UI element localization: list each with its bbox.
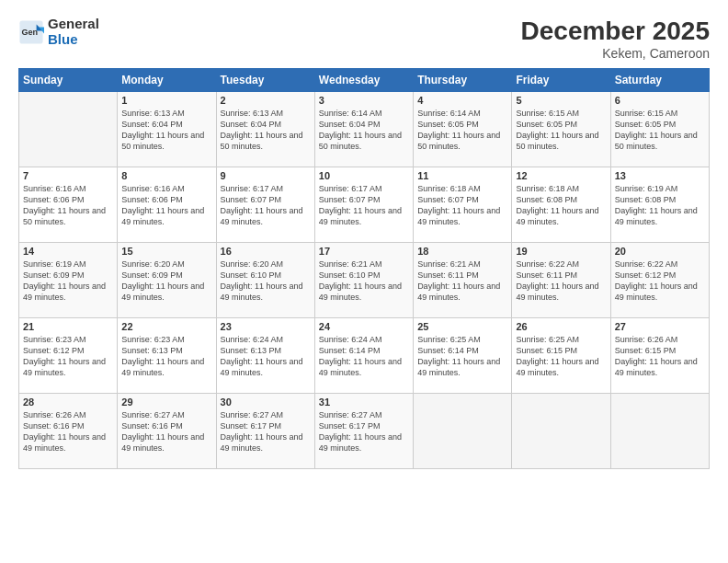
day-info: Sunrise: 6:13 AM Sunset: 6:04 PM Dayligh… [221, 108, 311, 153]
day-number: 17 [319, 246, 409, 257]
calendar-cell: 2Sunrise: 6:13 AM Sunset: 6:04 PM Daylig… [216, 92, 314, 167]
day-number: 15 [121, 246, 211, 257]
day-number: 24 [319, 321, 409, 332]
calendar-cell: 3Sunrise: 6:14 AM Sunset: 6:04 PM Daylig… [314, 92, 413, 167]
calendar-cell: 9Sunrise: 6:17 AM Sunset: 6:07 PM Daylig… [216, 167, 314, 243]
col-sunday: Sunday [19, 69, 118, 92]
header: Gen General Blue December 2025 Kekem, Ca… [18, 17, 710, 61]
day-info: Sunrise: 6:27 AM Sunset: 6:17 PM Dayligh… [319, 409, 409, 454]
calendar-cell: 29Sunrise: 6:27 AM Sunset: 6:16 PM Dayli… [118, 394, 216, 469]
calendar-cell: 16Sunrise: 6:20 AM Sunset: 6:10 PM Dayli… [216, 243, 314, 318]
day-info: Sunrise: 6:16 AM Sunset: 6:06 PM Dayligh… [23, 183, 113, 228]
day-info: Sunrise: 6:17 AM Sunset: 6:07 PM Dayligh… [319, 183, 409, 228]
calendar-cell: 21Sunrise: 6:23 AM Sunset: 6:12 PM Dayli… [19, 318, 118, 394]
calendar-cell: 8Sunrise: 6:16 AM Sunset: 6:06 PM Daylig… [118, 167, 216, 243]
calendar-week-4: 21Sunrise: 6:23 AM Sunset: 6:12 PM Dayli… [19, 318, 710, 394]
calendar-cell: 6Sunrise: 6:15 AM Sunset: 6:05 PM Daylig… [610, 92, 709, 167]
calendar-cell [512, 394, 610, 469]
calendar-cell: 15Sunrise: 6:20 AM Sunset: 6:09 PM Dayli… [118, 243, 216, 318]
day-number: 4 [417, 95, 507, 106]
col-tuesday: Tuesday [216, 69, 314, 92]
day-number: 3 [319, 95, 409, 106]
day-number: 5 [516, 95, 606, 106]
day-info: Sunrise: 6:24 AM Sunset: 6:13 PM Dayligh… [221, 334, 311, 379]
day-number: 7 [23, 170, 113, 181]
day-info: Sunrise: 6:21 AM Sunset: 6:10 PM Dayligh… [319, 259, 409, 304]
day-info: Sunrise: 6:16 AM Sunset: 6:06 PM Dayligh… [121, 183, 211, 228]
day-info: Sunrise: 6:13 AM Sunset: 6:04 PM Dayligh… [121, 108, 211, 153]
day-number: 11 [417, 170, 507, 181]
day-number: 30 [221, 396, 311, 408]
col-wednesday: Wednesday [314, 69, 413, 92]
day-info: Sunrise: 6:27 AM Sunset: 6:16 PM Dayligh… [121, 409, 211, 454]
day-info: Sunrise: 6:15 AM Sunset: 6:05 PM Dayligh… [615, 108, 705, 153]
day-info: Sunrise: 6:22 AM Sunset: 6:11 PM Dayligh… [516, 259, 606, 304]
day-info: Sunrise: 6:25 AM Sunset: 6:14 PM Dayligh… [417, 334, 507, 379]
calendar-cell: 28Sunrise: 6:26 AM Sunset: 6:16 PM Dayli… [19, 394, 118, 469]
calendar-cell: 12Sunrise: 6:18 AM Sunset: 6:08 PM Dayli… [512, 167, 610, 243]
col-friday: Friday [512, 69, 610, 92]
day-number: 21 [23, 321, 113, 332]
svg-text:Gen: Gen [22, 27, 39, 36]
col-thursday: Thursday [414, 69, 512, 92]
calendar-cell: 31Sunrise: 6:27 AM Sunset: 6:17 PM Dayli… [314, 394, 413, 469]
day-info: Sunrise: 6:18 AM Sunset: 6:07 PM Dayligh… [417, 183, 507, 228]
calendar-week-2: 7Sunrise: 6:16 AM Sunset: 6:06 PM Daylig… [19, 167, 710, 243]
day-info: Sunrise: 6:18 AM Sunset: 6:08 PM Dayligh… [516, 183, 606, 228]
calendar-cell: 20Sunrise: 6:22 AM Sunset: 6:12 PM Dayli… [610, 243, 709, 318]
calendar-cell: 25Sunrise: 6:25 AM Sunset: 6:14 PM Dayli… [414, 318, 512, 394]
day-info: Sunrise: 6:20 AM Sunset: 6:10 PM Dayligh… [221, 259, 311, 304]
col-saturday: Saturday [610, 69, 709, 92]
calendar-cell: 5Sunrise: 6:15 AM Sunset: 6:05 PM Daylig… [512, 92, 610, 167]
calendar-cell: 18Sunrise: 6:21 AM Sunset: 6:11 PM Dayli… [414, 243, 512, 318]
day-info: Sunrise: 6:14 AM Sunset: 6:04 PM Dayligh… [319, 108, 409, 153]
day-number: 6 [615, 95, 705, 106]
calendar-cell: 27Sunrise: 6:26 AM Sunset: 6:15 PM Dayli… [610, 318, 709, 394]
calendar-table: Sunday Monday Tuesday Wednesday Thursday… [18, 68, 710, 469]
day-info: Sunrise: 6:15 AM Sunset: 6:05 PM Dayligh… [516, 108, 606, 153]
day-number: 2 [221, 95, 311, 106]
calendar-cell: 23Sunrise: 6:24 AM Sunset: 6:13 PM Dayli… [216, 318, 314, 394]
calendar-week-5: 28Sunrise: 6:26 AM Sunset: 6:16 PM Dayli… [19, 394, 710, 469]
day-number: 18 [417, 246, 507, 257]
day-info: Sunrise: 6:25 AM Sunset: 6:15 PM Dayligh… [516, 334, 606, 379]
calendar-week-3: 14Sunrise: 6:19 AM Sunset: 6:09 PM Dayli… [19, 243, 710, 318]
day-number: 20 [615, 246, 705, 257]
day-info: Sunrise: 6:19 AM Sunset: 6:08 PM Dayligh… [615, 183, 705, 228]
day-number: 16 [221, 246, 311, 257]
day-number: 19 [516, 246, 606, 257]
day-info: Sunrise: 6:26 AM Sunset: 6:16 PM Dayligh… [23, 409, 113, 454]
calendar-cell: 13Sunrise: 6:19 AM Sunset: 6:08 PM Dayli… [610, 167, 709, 243]
calendar-cell [610, 394, 709, 469]
day-info: Sunrise: 6:26 AM Sunset: 6:15 PM Dayligh… [615, 334, 705, 379]
logo-text: General Blue [48, 17, 99, 47]
day-number: 10 [319, 170, 409, 181]
day-number: 12 [516, 170, 606, 181]
day-number: 25 [417, 321, 507, 332]
day-number: 8 [121, 170, 211, 181]
calendar-cell: 22Sunrise: 6:23 AM Sunset: 6:13 PM Dayli… [118, 318, 216, 394]
day-number: 9 [221, 170, 311, 181]
logo-icon: Gen [18, 19, 44, 45]
logo-general-text: General [48, 17, 99, 32]
calendar-cell: 1Sunrise: 6:13 AM Sunset: 6:04 PM Daylig… [118, 92, 216, 167]
calendar-cell: 10Sunrise: 6:17 AM Sunset: 6:07 PM Dayli… [314, 167, 413, 243]
calendar-cell: 17Sunrise: 6:21 AM Sunset: 6:10 PM Dayli… [314, 243, 413, 318]
page: Gen General Blue December 2025 Kekem, Ca… [0, 0, 728, 563]
day-info: Sunrise: 6:14 AM Sunset: 6:05 PM Dayligh… [417, 108, 507, 153]
calendar-cell: 19Sunrise: 6:22 AM Sunset: 6:11 PM Dayli… [512, 243, 610, 318]
day-number: 29 [121, 396, 211, 408]
day-number: 26 [516, 321, 606, 332]
calendar-cell [19, 92, 118, 167]
day-number: 14 [23, 246, 113, 257]
calendar-cell: 11Sunrise: 6:18 AM Sunset: 6:07 PM Dayli… [414, 167, 512, 243]
day-number: 31 [319, 396, 409, 408]
calendar-week-1: 1Sunrise: 6:13 AM Sunset: 6:04 PM Daylig… [19, 92, 710, 167]
day-info: Sunrise: 6:22 AM Sunset: 6:12 PM Dayligh… [615, 259, 705, 304]
calendar-cell: 30Sunrise: 6:27 AM Sunset: 6:17 PM Dayli… [216, 394, 314, 469]
calendar-cell: 24Sunrise: 6:24 AM Sunset: 6:14 PM Dayli… [314, 318, 413, 394]
col-monday: Monday [118, 69, 216, 92]
day-info: Sunrise: 6:19 AM Sunset: 6:09 PM Dayligh… [23, 259, 113, 304]
calendar-header: Sunday Monday Tuesday Wednesday Thursday… [19, 69, 710, 92]
title-section: December 2025 Kekem, Cameroon [521, 17, 710, 61]
